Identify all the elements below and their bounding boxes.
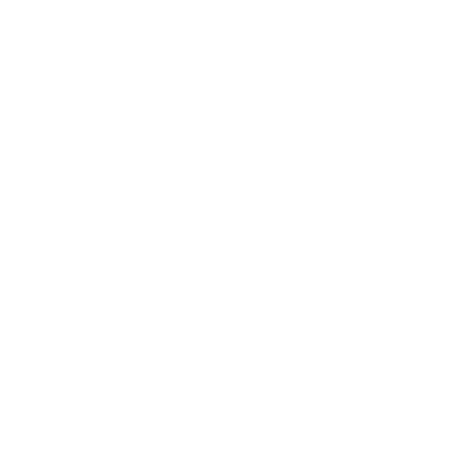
memory-mapping-diagram xyxy=(0,0,456,476)
